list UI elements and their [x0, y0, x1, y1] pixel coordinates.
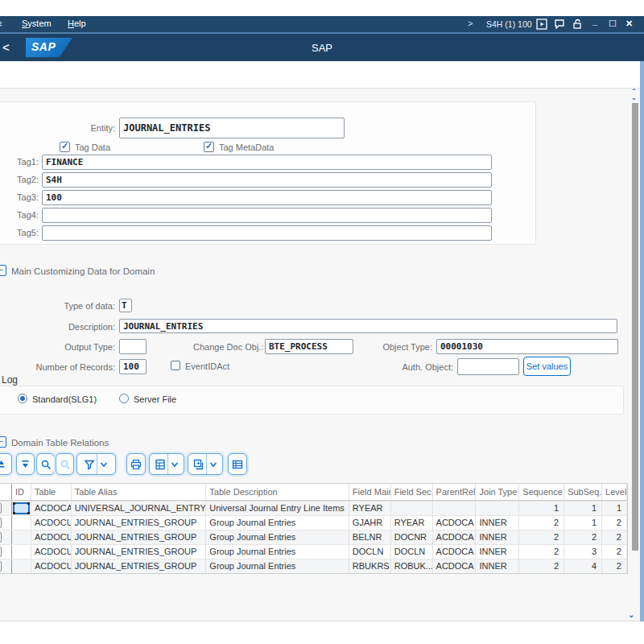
sort-descending-button[interactable] — [16, 453, 35, 475]
table-cell[interactable]: ACDOCU — [31, 559, 72, 573]
table-cell[interactable]: 1 — [564, 516, 602, 530]
row-select-cell[interactable] — [0, 502, 12, 515]
table-cell[interactable]: ACDOCA — [433, 559, 477, 573]
selected-cell[interactable] — [13, 502, 30, 514]
table-cell[interactable]: Group Journal Entries — [206, 530, 349, 544]
tag3-field[interactable] — [42, 190, 492, 205]
scroll-down-icon[interactable]: ⌄ — [631, 94, 637, 101]
radio-standard-slg1[interactable] — [18, 394, 27, 403]
table-cell[interactable]: Universal Journal Entry Line Items — [206, 502, 349, 515]
table-cell[interactable]: Group Journal Entries — [206, 516, 349, 530]
row-checkbox[interactable] — [0, 547, 2, 557]
column-header-level[interactable]: Level — [602, 484, 627, 500]
table-cell[interactable] — [433, 502, 477, 515]
table-cell[interactable]: JOURNAL_ENTRIES_GROUP — [72, 559, 207, 573]
table-cell[interactable]: ACDOCA — [433, 545, 477, 559]
table-cell[interactable]: RBUKRS — [349, 559, 391, 573]
table-row[interactable]: ACDOCUJOURNAL_ENTRIES_GROUPGroup Journal… — [0, 559, 627, 573]
description-field[interactable] — [119, 319, 617, 333]
vertical-scrollbar-thumb[interactable] — [632, 103, 638, 551]
table-cell[interactable]: BELNR — [349, 530, 391, 544]
row-select-cell[interactable] — [0, 559, 12, 573]
column-header-table[interactable]: Table — [31, 484, 72, 500]
table-cell[interactable]: 1 — [519, 502, 564, 515]
set-values-button[interactable]: Set values — [523, 357, 571, 376]
table-cell[interactable] — [12, 530, 31, 544]
feedback-icon[interactable] — [554, 19, 565, 30]
filter-split-button[interactable] — [76, 453, 116, 475]
row-checkbox[interactable] — [0, 518, 2, 528]
row-checkbox[interactable] — [0, 561, 2, 572]
chevron-down-icon[interactable] — [99, 460, 109, 469]
table-cell[interactable]: INNER — [476, 545, 519, 559]
auth-object-field[interactable] — [457, 358, 519, 375]
column-header-join-type[interactable]: Join Type — [476, 484, 519, 500]
table-row[interactable]: ACDOCAUNIVERSAL_JOURNAL_ENTRYUniversal J… — [0, 501, 627, 515]
table-cell[interactable] — [476, 502, 519, 515]
table-cell[interactable]: 2 — [602, 516, 627, 530]
column-header-sequence[interactable]: Sequence — [519, 484, 564, 500]
gui-actions-icon[interactable] — [536, 19, 547, 30]
object-type-field[interactable] — [436, 339, 618, 354]
table-cell[interactable]: 2 — [519, 545, 564, 559]
column-header-subseq-[interactable]: SubSeq. — [564, 484, 602, 500]
table-row[interactable]: ACDOCUJOURNAL_ENTRIES_GROUPGroup Journal… — [0, 544, 627, 559]
minimize-icon[interactable]: _ — [592, 16, 597, 26]
scroll-bottom-icon[interactable]: ⌄ — [628, 610, 634, 619]
table-cell[interactable] — [12, 545, 31, 559]
event-id-checkbox[interactable] — [171, 361, 180, 370]
table-cell[interactable]: 2 — [602, 530, 627, 544]
table-cell[interactable]: INNER — [476, 530, 519, 544]
chevron-right-icon[interactable]: > — [468, 19, 473, 28]
tag-metadata-checkbox[interactable] — [204, 142, 214, 152]
column-header-field-sec-[interactable]: Field Sec. — [391, 484, 433, 500]
table-cell[interactable]: 1 — [602, 502, 627, 515]
table-cell[interactable]: 2 — [519, 559, 564, 573]
table-cell[interactable] — [12, 559, 31, 573]
maximize-icon[interactable]: ☐ — [609, 19, 617, 29]
collapse-relations-icon[interactable]: − — [0, 436, 6, 448]
table-cell[interactable]: JOURNAL_ENTRIES_GROUP — [72, 530, 207, 544]
table-cell[interactable]: ACDOCA — [31, 502, 72, 515]
tag2-field[interactable] — [42, 172, 492, 188]
column-header-parentrel[interactable]: ParentRel — [433, 484, 477, 500]
export-split-button[interactable] — [149, 453, 184, 475]
table-cell[interactable] — [12, 516, 31, 530]
sort-ascending-button[interactable] — [0, 453, 12, 475]
close-icon[interactable]: ✕ — [625, 19, 633, 29]
table-cell[interactable]: INNER — [476, 516, 519, 530]
menu-item-system[interactable]: System — [22, 19, 52, 28]
column-header-table-alias[interactable]: Table Alias — [72, 484, 207, 500]
row-select-cell[interactable] — [0, 530, 12, 544]
row-checkbox[interactable] — [0, 503, 2, 514]
table-cell[interactable]: GJAHR — [349, 516, 391, 530]
chevron-down-icon[interactable] — [170, 460, 180, 469]
row-select-cell[interactable] — [0, 545, 12, 559]
table-cell[interactable]: 2 — [564, 530, 602, 544]
collapse-section-icon[interactable]: − — [0, 265, 6, 276]
view-split-button[interactable] — [188, 453, 223, 475]
tag4-field[interactable] — [42, 208, 492, 223]
table-cell[interactable]: RYEAR — [391, 516, 433, 530]
table-cell[interactable]: 2 — [602, 559, 627, 573]
table-cell[interactable]: RYEAR — [349, 502, 391, 515]
tag5-field[interactable] — [42, 225, 492, 241]
table-settings-button[interactable] — [228, 453, 247, 475]
tag-data-checkbox[interactable] — [60, 142, 70, 152]
table-cell[interactable]: 1 — [564, 502, 602, 515]
row-checkbox[interactable] — [0, 532, 2, 543]
table-cell[interactable]: DOCNR — [391, 530, 433, 544]
table-cell[interactable]: ACDOCU — [31, 516, 72, 530]
search-button[interactable] — [36, 453, 55, 475]
table-cell[interactable]: ACDOCA — [433, 530, 477, 544]
table-cell[interactable]: DOCLN — [349, 545, 391, 559]
table-cell[interactable]: 2 — [519, 516, 564, 530]
table-cell[interactable]: JOURNAL_ENTRIES_GROUP — [72, 545, 207, 559]
radio-server-file[interactable] — [119, 394, 129, 403]
type-of-data-field[interactable] — [119, 299, 132, 312]
change-doc-field[interactable] — [265, 339, 353, 354]
tag1-field[interactable] — [42, 155, 492, 170]
table-cell[interactable]: ACDOCA — [433, 516, 477, 530]
column-header-id[interactable]: ID — [12, 484, 31, 500]
menu-item-help[interactable]: Help — [68, 19, 86, 28]
